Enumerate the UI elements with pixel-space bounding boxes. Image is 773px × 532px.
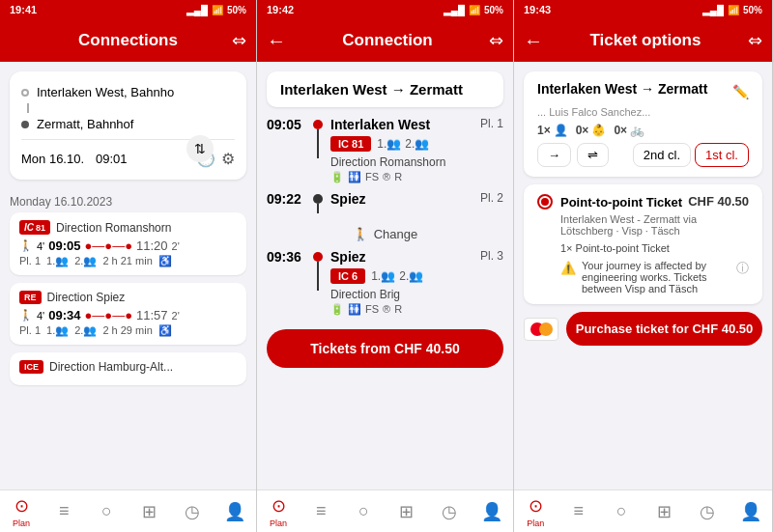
train-info-2: IC 6 1.👥 2.👥: [330, 268, 503, 284]
warning-icon: ⚠️: [560, 261, 576, 275]
panel-connection-detail: 19:42 ▂▄█ 📶 50% ← Connection ⇔ Interlake…: [257, 0, 514, 532]
back-button-2[interactable]: ←: [267, 30, 286, 52]
acc-icon-2: ♿: [158, 324, 172, 337]
one-way-btn[interactable]: →: [537, 143, 571, 167]
status-time-1: 19:41: [10, 4, 37, 15]
warning-text: Your journey is affected by engineering …: [582, 260, 730, 294]
from-input[interactable]: Interlaken West, Bahnho: [37, 85, 174, 99]
nav-plan-1[interactable]: ⊙ Plan: [0, 494, 43, 528]
radio-selected[interactable]: [537, 194, 553, 210]
edit-icon[interactable]: ✏️: [732, 84, 749, 99]
to-row[interactable]: Zermatt, Bahnhof: [21, 113, 235, 135]
walk-before-1: 🚶: [19, 239, 33, 252]
bike-icon: 🚲: [630, 124, 644, 137]
arrive-2: 11:57: [136, 308, 168, 322]
class-2nd-btn[interactable]: 2nd cl.: [633, 143, 691, 167]
one-way-icon: →: [548, 148, 560, 162]
battery-3: 50%: [743, 5, 762, 15]
nav-user-1[interactable]: 👤: [214, 494, 256, 528]
connection-item-2[interactable]: RE Direction Spiez 🚶 4' 09:34 ●—●—● 11:5…: [10, 283, 246, 345]
return-icon: ⇌: [587, 148, 598, 162]
swap-icon-3[interactable]: ⇔: [748, 30, 762, 51]
walk-before-2: 🚶: [19, 309, 33, 322]
from-row[interactable]: Interlaken West, Bahnho: [21, 81, 235, 103]
class-2nd-1: 2.👥: [405, 137, 429, 151]
nav-grid-3[interactable]: ⊞: [644, 494, 687, 528]
book-button[interactable]: Tickets from CHF 40.50: [267, 329, 503, 368]
signal-icon-2: ▂▄█: [444, 5, 465, 15]
to-input[interactable]: Zermatt, Bahnhof: [37, 117, 133, 131]
user-icon-1: 👤: [224, 501, 245, 522]
return-btn[interactable]: ⇌: [577, 143, 609, 167]
nav-user-2[interactable]: 👤: [471, 494, 513, 528]
nav-circle-1[interactable]: ○: [85, 494, 128, 528]
direction-1: Direction Romanshorn: [56, 221, 171, 235]
section-label: Monday 16.10.2023: [10, 189, 246, 212]
to-dot: [21, 121, 29, 128]
purchase-button[interactable]: Purchase ticket for CHF 40.50: [566, 312, 762, 346]
dots-2: ●—●—●: [84, 308, 132, 322]
bottom-bar-1: ⊙ Plan ≡ ○ ⊞ ◷ 👤: [0, 490, 256, 532]
ticket-option-card: Point-to-point Ticket CHF 40.50 Interlak…: [524, 184, 762, 304]
adult-count: 1×: [537, 124, 551, 137]
ticket-options-header: ← Ticket options ⇔: [514, 19, 772, 62]
swap-icon-2[interactable]: ⇔: [489, 30, 503, 51]
mc-right: [539, 322, 553, 336]
nav-plan-3[interactable]: ⊙ Plan: [514, 494, 558, 528]
user-icon-3: 👤: [740, 501, 761, 522]
duration-2: 2 h 29 min: [102, 324, 152, 337]
stop-name-2: Spiez: [330, 191, 366, 207]
info-icon[interactable]: ⓘ: [736, 260, 749, 277]
nav-grid-2[interactable]: ⊞: [386, 494, 428, 528]
radio-row: Point-to-point Ticket: [537, 194, 682, 210]
class-1st-2: 1.👥: [371, 269, 395, 283]
circle-icon-1: ○: [101, 501, 112, 521]
class-1st-1: 1.👥: [377, 137, 401, 151]
wifi-icon-2: 📶: [469, 5, 480, 15]
vert-line-2: [317, 204, 319, 213]
nav-list-3[interactable]: ≡: [558, 494, 601, 528]
walk-before-time-2: 4': [37, 310, 44, 322]
swap-button[interactable]: ⇅: [186, 135, 214, 162]
wifi-icon-3: 📶: [728, 5, 739, 15]
nav-list-2[interactable]: ≡: [300, 494, 342, 528]
stop-circle-1: [313, 120, 323, 129]
class-1st-label: 1st cl.: [705, 148, 738, 162]
swap-icon-1[interactable]: ⇔: [232, 30, 246, 51]
status-time-3: 19:43: [524, 4, 551, 15]
nav-plan-2[interactable]: ⊙ Plan: [257, 494, 300, 528]
route-label: Interlaken West → Zermatt: [280, 81, 463, 98]
time-icon-2: ◷: [442, 501, 457, 522]
nav-list-1[interactable]: ≡: [43, 494, 85, 528]
duration-1: 2 h 21 min: [102, 255, 152, 267]
direction-detail-2: Direction Brig: [330, 288, 503, 301]
nav-user-3[interactable]: 👤: [730, 494, 773, 528]
nav-time-2[interactable]: ◷: [428, 494, 471, 528]
time-display[interactable]: 09:01: [96, 152, 128, 166]
battery-1: 50%: [227, 5, 246, 15]
stop-time-3: 09:36: [267, 249, 305, 265]
filter-icon[interactable]: ⚙: [221, 150, 235, 168]
nav-time-1[interactable]: ◷: [171, 494, 214, 528]
stop-name-1: Interlaken West: [330, 117, 430, 132]
list-icon-3: ≡: [573, 501, 584, 521]
back-button-3[interactable]: ←: [524, 30, 543, 52]
status-icons-2: ▂▄█ 📶 50%: [444, 5, 503, 15]
nav-circle-2[interactable]: ○: [342, 494, 385, 528]
status-bar-1: 19:41 ▂▄█ 📶 50%: [0, 0, 256, 19]
train-badge-detail-1: IC 81: [330, 136, 371, 152]
connection-item-3[interactable]: ICE Direction Hamburg-Alt...: [10, 352, 246, 385]
nav-grid-1[interactable]: ⊞: [129, 494, 171, 528]
class-icons-2: 1.👥 2.👥: [371, 269, 423, 283]
date-display[interactable]: Mon 16.10.: [21, 152, 84, 166]
class-1st-btn[interactable]: 1st cl.: [695, 143, 749, 167]
stop-time-2: 09:22: [267, 191, 305, 207]
prev-ticket-info: ... Luis Falco Sanchez...: [537, 106, 749, 118]
connection-item-1[interactable]: IC81 Direction Romanshorn 🚶 4' 09:05 ●—●…: [10, 212, 246, 275]
stop-circle-2: [313, 194, 323, 204]
nav-circle-3[interactable]: ○: [600, 494, 644, 528]
nav-time-3[interactable]: ◷: [686, 494, 730, 528]
pass-child: 0× 👶: [576, 124, 607, 137]
bottom-bar-2: ⊙ Plan ≡ ○ ⊞ ◷ 👤: [257, 490, 513, 532]
stop-row-spiez-depart: 09:36 Spiez Pl. 3 IC 6 1.👥 2.👥: [267, 249, 503, 318]
